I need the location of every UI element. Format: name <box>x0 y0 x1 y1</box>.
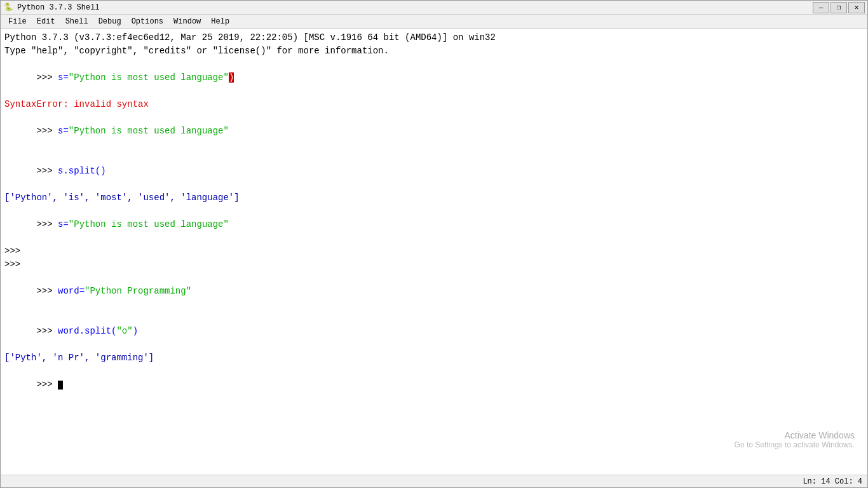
info-line2: Type "help", "copyright", "credits" or "… <box>4 44 864 58</box>
status-bar: Ln: 14 Col: 4 <box>1 475 867 487</box>
prompt-symbol-4: >>> <box>36 219 58 229</box>
prompt-line-2: >>> s="Python is most used language" <box>4 111 864 151</box>
shell-body[interactable]: Python 3.7.3 (v3.7.3:ef4ec6ed12, Mar 25 … <box>1 29 867 475</box>
prompt-line-9[interactable]: >>> <box>4 365 864 405</box>
prompt-line-5: >>> <box>4 245 864 258</box>
cursor-position: Ln: 14 Col: 4 <box>803 477 862 486</box>
prompt-symbol-2: >>> <box>36 126 58 136</box>
title-bar: 🐍 Python 3.7.3 Shell — ❐ ✕ <box>1 1 867 15</box>
window-title: Python 3.7.3 Shell <box>17 3 100 12</box>
prompt-symbol-7: >>> <box>36 286 58 296</box>
menu-bar: File Edit Shell Debug Options Window Hel… <box>1 15 867 29</box>
prompt-line-4: >>> s="Python is most used language" <box>4 205 864 245</box>
info-line1: Python 3.7.3 (v3.7.3:ef4ec6ed12, Mar 25 … <box>4 31 864 44</box>
cmd-text-2: s="Python is most used language" <box>58 126 229 136</box>
main-window: 🐍 Python 3.7.3 Shell — ❐ ✕ File Edit She… <box>0 0 868 488</box>
prompt-line-6: >>> <box>4 258 864 271</box>
prompt-line-3: >>> s.split() <box>4 151 864 191</box>
menu-file[interactable]: File <box>3 16 32 27</box>
prompt-symbol-3: >>> <box>36 166 58 176</box>
window-controls: — ❐ ✕ <box>813 2 865 13</box>
prompt-symbol-9: >>> <box>36 379 58 390</box>
cmd-text-4: s="Python is most used language" <box>58 219 229 229</box>
close-button[interactable]: ✕ <box>848 2 865 13</box>
menu-debug[interactable]: Debug <box>93 16 126 27</box>
syntax-error-line: SyntaxError: invalid syntax <box>4 98 864 111</box>
maximize-button[interactable]: ❐ <box>831 2 847 13</box>
cmd-text-8: word.split("o") <box>58 326 138 336</box>
cmd-text-3: s.split() <box>58 166 106 176</box>
menu-window[interactable]: Window <box>168 16 206 27</box>
text-cursor <box>58 381 63 390</box>
menu-edit[interactable]: Edit <box>32 16 60 27</box>
prompt-symbol-1: >>> <box>36 72 58 83</box>
activate-windows-watermark: Activate Windows Go to Settings to activ… <box>735 430 855 449</box>
prompt-line-1: >>> s="Python is most used language") <box>4 58 864 98</box>
activate-windows-text: Activate Windows <box>735 430 855 440</box>
menu-help[interactable]: Help <box>206 16 234 27</box>
title-bar-left: 🐍 Python 3.7.3 Shell <box>3 3 100 13</box>
prompt-line-8: >>> word.split("o") <box>4 311 864 351</box>
activate-windows-subtext: Go to Settings to activate Windows. <box>735 440 855 449</box>
cmd-text-7: word="Python Programming" <box>58 286 191 296</box>
highlight-paren: ) <box>229 72 234 83</box>
minimize-button[interactable]: — <box>813 2 829 13</box>
prompt-line-7: >>> word="Python Programming" <box>4 271 864 311</box>
cmd-text-1: s="Python is most used language" <box>58 72 229 83</box>
output-line-2: ['Pyth', 'n Pr', 'gramming'] <box>4 351 864 365</box>
menu-shell[interactable]: Shell <box>60 16 93 27</box>
menu-options[interactable]: Options <box>126 16 168 27</box>
prompt-symbol-8: >>> <box>36 326 58 336</box>
python-icon: 🐍 <box>3 3 13 13</box>
output-line-1: ['Python', 'is', 'most', 'used', 'langua… <box>4 191 864 205</box>
